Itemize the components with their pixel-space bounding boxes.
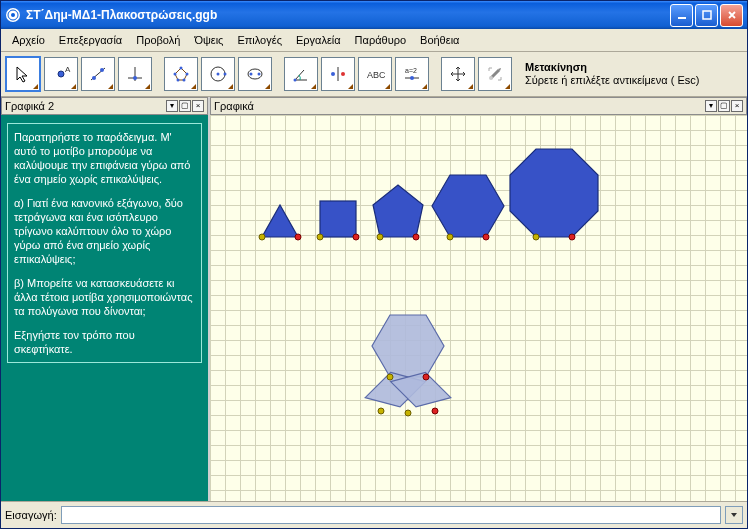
menu-options[interactable]: Επιλογές <box>230 32 289 48</box>
tool-move[interactable] <box>5 56 41 92</box>
svg-point-8 <box>92 76 96 80</box>
graphics2-title: Γραφικά 2 <box>5 100 54 112</box>
panel-undock-icon[interactable]: ▢ <box>179 100 191 112</box>
panel-menu-icon[interactable]: ▾ <box>166 100 178 112</box>
graphics-title: Γραφικά <box>214 100 254 112</box>
svg-point-41 <box>377 234 383 240</box>
menu-help[interactable]: Βοήθεια <box>413 32 466 48</box>
maximize-button[interactable] <box>695 4 718 27</box>
svg-point-33 <box>489 76 493 80</box>
tool-reflect[interactable] <box>321 57 355 91</box>
tool-polygon[interactable] <box>164 57 198 91</box>
svg-point-47 <box>533 234 539 240</box>
graphics2-view[interactable]: Παρατηρήστε το παράδειγμα. Μ' αυτό το μο… <box>1 115 208 501</box>
problem-p3: β) Μπορείτε να κατασκευάσετε κι άλλα τέτ… <box>14 276 195 318</box>
tool-custom[interactable] <box>478 57 512 91</box>
app-window: ΣΤ΄Δημ-ΜΔ1-Πλακοστρώσεις.ggb Αρχείο Επεξ… <box>0 0 748 529</box>
input-bar: Εισαγωγή: <box>1 501 747 528</box>
triangle-shape[interactable] <box>259 205 301 240</box>
graphics-titlebar[interactable]: Γραφικά ▾ ▢ × <box>210 97 747 115</box>
tool-perpendicular[interactable] <box>118 57 152 91</box>
svg-marker-40 <box>373 185 423 237</box>
svg-point-18 <box>174 73 177 76</box>
window-title: ΣΤ΄Δημ-ΜΔ1-Πλακοστρώσεις.ggb <box>26 8 217 22</box>
input-field[interactable] <box>61 506 721 524</box>
menubar: Αρχείο Επεξεργασία Προβολή Όψεις Επιλογέ… <box>1 29 747 52</box>
menu-file[interactable]: Αρχείο <box>5 32 52 48</box>
tool-circle[interactable] <box>201 57 235 91</box>
panel-menu-icon[interactable]: ▾ <box>705 100 717 112</box>
panel-close-icon[interactable]: × <box>192 100 204 112</box>
tool-slider[interactable]: a=2 <box>395 57 429 91</box>
svg-point-24 <box>258 73 261 76</box>
svg-text:A: A <box>65 65 71 74</box>
input-label: Εισαγωγή: <box>5 509 57 521</box>
graphics-panel: Γραφικά ▾ ▢ × <box>208 97 747 501</box>
app-icon <box>5 7 21 23</box>
svg-point-55 <box>405 410 411 416</box>
svg-point-53 <box>423 374 429 380</box>
panel-close-icon[interactable]: × <box>731 100 743 112</box>
tool-movegraphics[interactable] <box>441 57 475 91</box>
tiling-hexagon[interactable] <box>372 315 444 377</box>
svg-point-28 <box>341 72 345 76</box>
svg-point-54 <box>378 408 384 414</box>
svg-point-56 <box>432 408 438 414</box>
svg-point-14 <box>180 67 183 70</box>
construction[interactable] <box>210 115 747 501</box>
svg-marker-13 <box>175 68 187 80</box>
pentagon-shape[interactable] <box>373 185 423 240</box>
graphics2-titlebar[interactable]: Γραφικά 2 ▾ ▢ × <box>1 97 208 115</box>
tool-ellipse[interactable] <box>238 57 272 91</box>
tool-help: Μετακίνηση Σύρετε ή επιλέξτε αντικείμενα… <box>525 61 743 87</box>
svg-point-5 <box>58 71 64 77</box>
svg-point-2 <box>11 13 15 17</box>
tool-help-sub: Σύρετε ή επιλέξτε αντικείμενα ( Esc) <box>525 74 743 87</box>
svg-marker-34 <box>262 205 298 237</box>
svg-rect-3 <box>678 17 686 19</box>
square-shape[interactable] <box>317 201 359 240</box>
body: Γραφικά 2 ▾ ▢ × Παρατηρήστε το παράδειγμ… <box>1 97 747 501</box>
svg-marker-49 <box>372 315 444 377</box>
svg-point-27 <box>331 72 335 76</box>
panel-undock-icon[interactable]: ▢ <box>718 100 730 112</box>
tool-point[interactable]: A <box>44 57 78 91</box>
graphics-view[interactable] <box>210 115 747 501</box>
tool-help-title: Μετακίνηση <box>525 61 743 74</box>
toolbar: A ABC a=2 Μετακίνηση Σύρετε ή επιλέξτε α… <box>1 52 747 97</box>
problem-p1: Παρατηρήστε το παράδειγμα. Μ' αυτό το μο… <box>14 130 195 186</box>
problem-p2: α) Γιατί ένα κανονικό εξάγωνο, δύο τετρά… <box>14 196 195 266</box>
svg-point-21 <box>224 73 227 76</box>
menu-view[interactable]: Προβολή <box>129 32 187 48</box>
tool-line[interactable] <box>81 57 115 91</box>
svg-point-23 <box>250 73 253 76</box>
svg-point-45 <box>483 234 489 240</box>
input-history-dropdown[interactable] <box>725 506 743 524</box>
svg-point-17 <box>177 79 180 82</box>
graphics2-panel: Γραφικά 2 ▾ ▢ × Παρατηρήστε το παράδειγμ… <box>1 97 208 501</box>
close-button[interactable] <box>720 4 743 27</box>
svg-point-52 <box>387 374 393 380</box>
svg-point-9 <box>100 68 104 72</box>
minimize-button[interactable] <box>670 4 693 27</box>
tool-text[interactable]: ABC <box>358 57 392 91</box>
svg-point-39 <box>353 234 359 240</box>
menu-tools[interactable]: Εργαλεία <box>289 32 348 48</box>
svg-point-16 <box>183 79 186 82</box>
octagon-shape[interactable] <box>510 149 598 240</box>
svg-point-48 <box>569 234 575 240</box>
menu-opsis[interactable]: Όψεις <box>187 32 230 48</box>
svg-point-32 <box>410 76 414 80</box>
svg-rect-37 <box>320 201 356 237</box>
svg-point-12 <box>133 76 137 80</box>
svg-marker-43 <box>432 175 504 237</box>
svg-point-15 <box>186 73 189 76</box>
tool-angle[interactable] <box>284 57 318 91</box>
svg-point-42 <box>413 234 419 240</box>
svg-text:a=2: a=2 <box>405 67 417 74</box>
titlebar[interactable]: ΣΤ΄Δημ-ΜΔ1-Πλακοστρώσεις.ggb <box>1 1 747 29</box>
svg-text:ABC: ABC <box>367 70 385 80</box>
hexagon-shape[interactable] <box>432 175 504 240</box>
menu-window[interactable]: Παράθυρο <box>348 32 413 48</box>
menu-edit[interactable]: Επεξεργασία <box>52 32 129 48</box>
